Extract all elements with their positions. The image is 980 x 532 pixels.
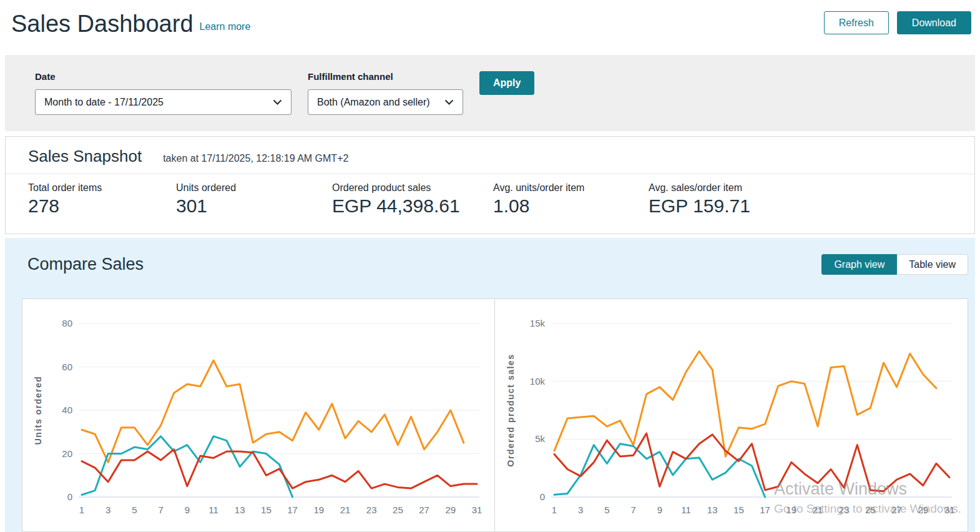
metric-ordered-product-sales: Ordered product sales EGP 44,398.61: [332, 182, 493, 217]
svg-text:13: 13: [707, 505, 718, 515]
charts-panel: 020406080135791113151719212325272931Unit…: [22, 298, 968, 532]
apply-wrap: Apply: [479, 71, 534, 124]
date-filter-group: Date Month to date - 17/11/2025: [35, 71, 292, 115]
apply-button[interactable]: Apply: [479, 71, 534, 95]
svg-text:15: 15: [261, 505, 272, 515]
svg-text:5k: 5k: [535, 433, 545, 444]
metric-total-order-items: Total order items 278: [28, 182, 176, 217]
svg-text:60: 60: [62, 362, 72, 372]
svg-text:17: 17: [760, 505, 770, 515]
fulfillment-channel-select[interactable]: Both (Amazon and seller): [308, 89, 463, 115]
units-ordered-chart: 020406080135791113151719212325272931Unit…: [22, 299, 495, 531]
refresh-button[interactable]: Refresh: [824, 11, 889, 34]
metric-units-ordered: Units ordered 301: [176, 182, 332, 217]
metric-value: 278: [28, 195, 176, 217]
svg-text:80: 80: [62, 318, 72, 328]
svg-text:21: 21: [340, 505, 351, 515]
svg-text:25: 25: [865, 505, 876, 515]
sales-snapshot-card: Sales Snapshot taken at 17/11/2025, 12:1…: [5, 136, 975, 234]
metric-value: EGP 159.71: [649, 195, 750, 217]
filter-bar: Date Month to date - 17/11/2025 Fulfillm…: [5, 55, 975, 131]
svg-text:29: 29: [445, 505, 456, 515]
svg-text:9: 9: [185, 505, 190, 515]
svg-text:23: 23: [839, 505, 850, 515]
svg-text:3: 3: [105, 505, 110, 515]
svg-text:15k: 15k: [530, 318, 546, 328]
svg-text:11: 11: [681, 505, 691, 515]
sales-dashboard-page: Sales Dashboard Learn more Refresh Downl…: [0, 0, 980, 532]
channel-filter-group: Fulfillment channel Both (Amazon and sel…: [308, 71, 463, 115]
svg-text:5: 5: [132, 505, 137, 515]
svg-text:31: 31: [944, 505, 955, 515]
svg-text:10k: 10k: [530, 376, 546, 387]
svg-text:21: 21: [813, 505, 823, 515]
metric-label: Ordered product sales: [332, 182, 493, 194]
svg-text:1: 1: [552, 505, 557, 515]
chevron-down-icon: [273, 97, 282, 108]
compare-sales-section: Compare Sales Graph view Table view 0204…: [5, 238, 975, 532]
ordered-product-sales-chart: 05k10k15k135791113151719212325272931Orde…: [495, 299, 968, 531]
svg-text:27: 27: [891, 505, 902, 515]
metric-value: 1.08: [493, 195, 649, 217]
metric-label: Total order items: [28, 182, 176, 194]
svg-text:0: 0: [540, 491, 545, 502]
compare-sales-header: Compare Sales Graph view Table view: [5, 238, 975, 275]
svg-text:19: 19: [786, 505, 796, 515]
date-label: Date: [35, 71, 292, 82]
metric-avg-units-per-order-item: Avg. units/order item 1.08: [493, 182, 649, 217]
svg-text:5: 5: [604, 505, 609, 515]
learn-more-link[interactable]: Learn more: [200, 21, 251, 32]
download-button[interactable]: Download: [897, 11, 971, 34]
svg-text:7: 7: [630, 505, 635, 515]
svg-text:40: 40: [62, 405, 72, 415]
ordered-product-sales-chart-canvas: 05k10k15k135791113151719212325272931Orde…: [495, 299, 967, 531]
fulfillment-channel-value: Both (Amazon and seller): [317, 97, 430, 108]
svg-text:27: 27: [419, 505, 429, 515]
metric-value: EGP 44,398.61: [332, 195, 493, 217]
svg-text:11: 11: [208, 505, 218, 515]
svg-text:Ordered product sales: Ordered product sales: [506, 354, 516, 467]
svg-text:3: 3: [578, 505, 583, 515]
page-title: Sales Dashboard: [11, 5, 194, 42]
page-header: Sales Dashboard Learn more Refresh Downl…: [0, 0, 980, 55]
svg-text:Units ordered: Units ordered: [33, 376, 43, 445]
chevron-down-icon: [444, 97, 454, 108]
snapshot-timestamp: taken at 17/11/2025, 12:18:19 AM GMT+2: [163, 153, 348, 164]
date-select-value: Month to date - 17/11/2025: [44, 97, 164, 108]
units-ordered-chart-canvas: 020406080135791113151719212325272931Unit…: [22, 299, 494, 531]
svg-text:7: 7: [158, 505, 163, 515]
date-select[interactable]: Month to date - 17/11/2025: [35, 89, 292, 115]
svg-text:29: 29: [918, 505, 928, 515]
svg-text:25: 25: [393, 505, 403, 515]
svg-text:13: 13: [235, 505, 245, 515]
sales-snapshot-header: Sales Snapshot taken at 17/11/2025, 12:1…: [6, 137, 974, 174]
metric-avg-sales-per-order-item: Avg. sales/order item EGP 159.71: [649, 182, 750, 217]
svg-text:17: 17: [287, 505, 298, 515]
svg-text:23: 23: [366, 505, 377, 515]
header-buttons: Refresh Download: [824, 11, 971, 34]
svg-text:1: 1: [79, 505, 84, 515]
svg-text:20: 20: [62, 448, 72, 459]
table-view-button[interactable]: Table view: [897, 254, 968, 275]
svg-text:0: 0: [67, 491, 72, 502]
fulfillment-channel-label: Fulfillment channel: [308, 71, 463, 82]
metric-label: Avg. units/order item: [493, 182, 649, 194]
snapshot-metrics-row: Total order items 278 Units ordered 301 …: [6, 174, 974, 217]
metric-value: 301: [176, 195, 332, 217]
metric-label: Units ordered: [176, 182, 332, 194]
svg-text:9: 9: [657, 505, 662, 515]
view-toggle: Graph view Table view: [821, 254, 968, 275]
graph-view-button[interactable]: Graph view: [821, 254, 897, 275]
sales-snapshot-title: Sales Snapshot: [28, 147, 142, 166]
compare-sales-title: Compare Sales: [27, 255, 144, 274]
svg-text:19: 19: [313, 505, 324, 515]
svg-text:15: 15: [733, 505, 744, 515]
svg-text:31: 31: [472, 505, 483, 515]
metric-label: Avg. sales/order item: [649, 182, 750, 194]
